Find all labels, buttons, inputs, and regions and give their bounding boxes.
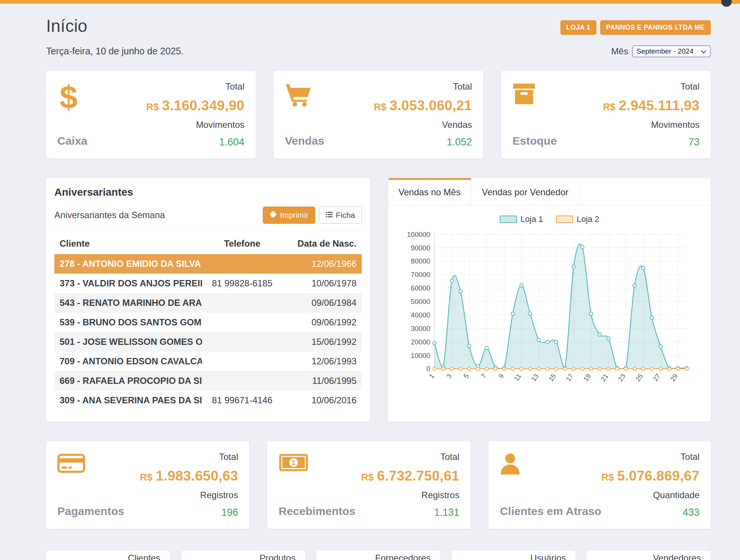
print-button[interactable]: Imprimir	[263, 207, 315, 224]
svg-text:25: 25	[634, 372, 644, 383]
print-button-label: Imprimir	[280, 211, 309, 220]
company-badge[interactable]: PANNOS E PANNOS LTDA ME	[600, 20, 711, 35]
client-name: 501 - JOSE WELISSON GOMES OLIVEIR...	[60, 337, 202, 347]
client-birthdate: 11/06/1995	[282, 376, 357, 386]
count-label: Movimentos	[603, 120, 700, 130]
svg-text:21: 21	[599, 372, 610, 383]
month-select[interactable]: September - 2024	[632, 45, 711, 57]
current-date: Terça-feira, 10 de junho de 2025.	[46, 46, 184, 57]
total-label: Total	[146, 81, 244, 92]
client-name: 539 - BRUNO DOS SANTOS GOMES	[60, 317, 202, 328]
legend-swatch-loja2	[556, 216, 573, 223]
legend-label-loja2: Loja 2	[577, 214, 599, 224]
column-header-cliente: Cliente	[60, 238, 202, 249]
table-row[interactable]: 669 - RAFAELA PROCOPIO DA SILVA CA... 11…	[54, 371, 362, 391]
client-name: 709 - ANTONIO EDSON CAVALCANTE D...	[60, 356, 202, 367]
footer-card-label: Usuários	[452, 553, 566, 560]
main-content: Início LOJA 1 PANNOS E PANNOS LTDA ME Te…	[0, 16, 740, 560]
month-label: Mês	[611, 46, 628, 57]
count-label: Vendas	[374, 120, 472, 130]
stat-card-title: Caixa	[57, 135, 87, 147]
count-label: Registros	[361, 490, 460, 500]
store-badge-loja1[interactable]: LOJA 1	[560, 20, 596, 35]
table-row[interactable]: 501 - JOSE WELISSON GOMES OLIVEIR... 15/…	[54, 332, 362, 352]
topbar-avatar-icon[interactable]	[721, 0, 732, 7]
list-icon	[326, 211, 333, 220]
month-select-value: September - 2024	[637, 47, 694, 55]
chart-legend: Loja 1 Loja 2	[402, 214, 697, 224]
birthdays-subtitle: Aniversariantes da Semana	[54, 210, 165, 220]
total-label: Total	[603, 81, 700, 92]
birthdays-card: Aniversariantes Aniversariantes da Seman…	[46, 178, 370, 422]
legend-item-loja2[interactable]: Loja 2	[556, 214, 599, 224]
footer-card-fornecedores: Fornecedores	[316, 551, 440, 560]
table-row[interactable]: 278 - ANTONIO EMIDIO DA SILVA (PALE... 1…	[54, 254, 362, 274]
svg-text:30000: 30000	[411, 324, 430, 332]
footer-card-produtos: Produtos	[181, 551, 306, 560]
stat-card-estoque: Estoque Total R$2.945.111,93 Movimentos …	[501, 71, 711, 159]
svg-text:15: 15	[547, 372, 557, 383]
printer-icon	[270, 211, 277, 220]
footer-card-label: Vendedores	[587, 553, 701, 560]
footer-card-label: Produtos	[181, 553, 296, 560]
legend-swatch-loja1	[500, 216, 517, 223]
svg-text:1: 1	[292, 458, 296, 466]
chevron-down-icon	[701, 47, 706, 55]
tab-vendas-no-mes[interactable]: Vendas no Mês	[388, 178, 471, 205]
client-birthdate: 09/06/1984	[282, 298, 357, 308]
sales-tabbar: Vendas no Mês Vendas por Vendedor	[388, 178, 711, 205]
total-label: Total	[601, 452, 700, 462]
table-row[interactable]: 309 - ANA SEVERINA PAES DA SILVA 81 9967…	[54, 391, 362, 410]
middle-row: Aniversariantes Aniversariantes da Seman…	[46, 178, 711, 422]
table-row[interactable]: 543 - RENATO MARINHO DE ARAUJO (F... 09/…	[54, 293, 362, 313]
sales-chart[interactable]: 0100002000030000400005000060000700008000…	[402, 229, 697, 394]
stat-card-recebimentos: 1 Recebimentos Total R$6.732.750,61 Regi…	[267, 441, 470, 529]
svg-text:10000: 10000	[411, 351, 430, 359]
date-row: Terça-feira, 10 de junho de 2025. Mês Se…	[46, 45, 711, 57]
footer-cards: Clientes Produtos Fornecedores Usuários …	[46, 551, 711, 560]
ficha-button[interactable]: Ficha	[319, 207, 362, 224]
stat-card-clientes-atraso: Clientes em Atraso Total R$5.076.869,67 …	[488, 441, 711, 529]
stat-card-caixa: $ Caixa Total R$3.160.349,90 Movimentos …	[46, 71, 256, 159]
total-value: R$3.160.349,90	[146, 98, 244, 114]
client-name: 543 - RENATO MARINHO DE ARAUJO (F...	[60, 298, 202, 308]
table-row[interactable]: 709 - ANTONIO EDSON CAVALCANTE D... 12/0…	[54, 352, 362, 371]
client-name: 309 - ANA SEVERINA PAES DA SILVA	[60, 395, 202, 406]
count-value: 1.131	[361, 507, 460, 518]
stat-card-title: Pagamentos	[57, 505, 124, 518]
total-value: R$5.076.869,67	[601, 468, 700, 484]
client-birthdate: 12/06/1993	[282, 356, 357, 367]
table-row[interactable]: 373 - VALDIR DOS ANJOS PEREIRA (AN... 81…	[54, 274, 362, 293]
svg-text:7: 7	[479, 372, 488, 380]
box-icon	[512, 83, 557, 106]
chart-area: Loja 1 Loja 2 01000020000300004000050000…	[388, 205, 711, 398]
client-birthdate: 10/06/2016	[282, 395, 357, 406]
stat-cards-bottom: Pagamentos Total R$1.983.650,63 Registro…	[46, 441, 711, 529]
svg-text:9: 9	[497, 372, 505, 380]
count-value: 73	[603, 136, 700, 148]
svg-text:60000: 60000	[411, 284, 430, 292]
stat-card-title: Recebimentos	[279, 505, 355, 518]
table-row[interactable]: 539 - BRUNO DOS SANTOS GOMES 09/06/1992	[54, 313, 362, 332]
legend-label-loja1: Loja 1	[521, 214, 543, 224]
client-name: 373 - VALDIR DOS ANJOS PEREIRA (AN...	[60, 278, 202, 289]
svg-text:13: 13	[530, 372, 540, 383]
svg-text:20000: 20000	[411, 338, 430, 346]
tab-vendas-por-vendedor[interactable]: Vendas por Vendedor	[471, 178, 579, 205]
stat-cards-top: $ Caixa Total R$3.160.349,90 Movimentos …	[46, 71, 711, 159]
count-value: 433	[601, 507, 700, 518]
legend-item-loja1[interactable]: Loja 1	[500, 214, 543, 224]
page-header: Início LOJA 1 PANNOS E PANNOS LTDA ME	[46, 16, 711, 36]
client-birthdate: 15/06/1992	[282, 337, 357, 347]
svg-text:0: 0	[426, 365, 430, 373]
footer-card-usuarios: Usuários	[452, 551, 576, 560]
svg-text:3: 3	[445, 372, 453, 380]
total-value: R$2.945.111,93	[603, 98, 700, 114]
birthdays-table: Cliente Telefone Data de Nasc. 278 - ANT…	[54, 231, 362, 410]
svg-text:23: 23	[617, 372, 627, 383]
birthdays-title: Aniversariantes	[54, 186, 362, 198]
footer-card-label: Fornecedores	[316, 553, 431, 560]
svg-text:19: 19	[582, 372, 592, 383]
total-label: Total	[140, 452, 238, 462]
svg-text:17: 17	[565, 372, 575, 383]
